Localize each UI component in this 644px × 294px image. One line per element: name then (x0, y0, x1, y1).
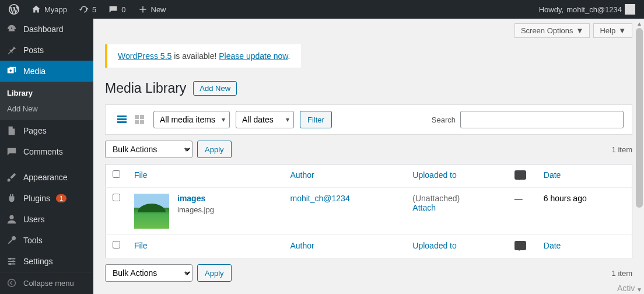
dates-select[interactable]: All dates (236, 111, 294, 128)
col-uploaded-to-foot[interactable]: Uploaded to (405, 235, 507, 258)
col-date[interactable]: Date (537, 164, 632, 188)
scroll-down-arrow[interactable]: ▼ (636, 285, 642, 294)
collapse-icon (6, 277, 18, 289)
media-type-select[interactable]: All media items (153, 111, 230, 128)
svg-rect-6 (117, 116, 127, 117)
update-nag: WordPress 5.5 is available! Please updat… (105, 44, 301, 68)
svg-rect-8 (117, 121, 127, 123)
plug-icon (6, 192, 18, 204)
wordpress-icon (9, 4, 19, 15)
menu-label: Comments (23, 147, 63, 156)
new-content-link[interactable]: New (134, 0, 170, 19)
attach-link[interactable]: Attach (412, 203, 500, 212)
howdy-username: mohit_ch@1234 (566, 5, 622, 14)
svg-point-4 (9, 263, 12, 265)
top-buttons: Screen Options ▼ Help ▼ (514, 23, 632, 38)
menu-dashboard[interactable]: Dashboard (0, 19, 93, 40)
scroll-up-arrow[interactable]: ▲ (636, 19, 642, 28)
menu-label: Appearance (23, 173, 68, 182)
comments-column-icon (514, 170, 526, 180)
col-author-foot[interactable]: Author (284, 235, 406, 258)
add-new-button[interactable]: Add New (193, 81, 237, 96)
help-button[interactable]: Help ▼ (593, 23, 632, 38)
media-type-select-wrap: All media items (153, 111, 230, 128)
svg-rect-12 (140, 120, 144, 124)
update-version-link[interactable]: WordPress 5.5 (118, 51, 172, 61)
tablenav-top: Bulk Actions Apply 1 item (105, 141, 632, 158)
col-file[interactable]: File (127, 164, 284, 188)
update-nag-end: . (288, 51, 290, 61)
screen-options-label: Screen Options (521, 26, 573, 35)
svg-point-2 (9, 258, 12, 260)
plugins-badge: 1 (56, 194, 66, 202)
submenu-add-new[interactable]: Add New (0, 101, 93, 117)
col-date-foot[interactable]: Date (537, 235, 632, 258)
item-count-bottom: 1 item (612, 269, 632, 278)
svg-point-3 (12, 260, 15, 262)
menu-label: Users (23, 215, 45, 224)
vertical-scrollbar[interactable]: ▲ ▼ (635, 19, 644, 294)
menu-pages[interactable]: Pages (0, 120, 93, 141)
menu-users[interactable]: Users (0, 209, 93, 230)
row-comments: — (508, 188, 537, 235)
select-all-checkbox-bottom[interactable] (113, 241, 120, 249)
apply-button[interactable]: Apply (197, 141, 232, 158)
submenu-library[interactable]: Library (0, 85, 93, 101)
scroll-thumb[interactable] (636, 28, 643, 208)
updates-count: 5 (92, 5, 96, 14)
site-name: Myapp (44, 5, 67, 14)
apply-button-bottom[interactable]: Apply (197, 264, 232, 282)
comment-icon (108, 4, 118, 15)
grid-view-button[interactable] (131, 111, 148, 128)
content-area: Screen Options ▼ Help ▼ WordPress 5.5 is… (93, 19, 644, 294)
account-link[interactable]: Howdy, mohit_ch@1234 (535, 0, 639, 19)
update-now-link[interactable]: Please update now (219, 51, 288, 61)
comments-count: 0 (121, 5, 125, 14)
search-wrap: Search (432, 111, 624, 128)
col-file-foot[interactable]: File (127, 235, 284, 258)
media-icon (6, 65, 18, 77)
file-cell: images images.jpg (134, 194, 276, 229)
menu-posts[interactable]: Posts (0, 40, 93, 61)
collapse-menu[interactable]: Collapse menu (0, 272, 93, 293)
list-view-button[interactable] (114, 111, 130, 128)
col-uploaded-to[interactable]: Uploaded to (405, 164, 507, 188)
brush-icon (6, 172, 18, 183)
select-all-checkbox[interactable] (113, 170, 120, 178)
menu-media[interactable]: Media (0, 61, 93, 82)
menu-appearance[interactable]: Appearance (0, 167, 93, 188)
menu-tools[interactable]: Tools (0, 230, 93, 251)
updates-link[interactable]: 5 (75, 0, 100, 19)
update-nag-text: is available! (172, 51, 219, 61)
menu-settings[interactable]: Settings (0, 251, 93, 272)
pin-icon (6, 44, 18, 56)
thumbnail[interactable] (134, 194, 169, 229)
screen-options-button[interactable]: Screen Options ▼ (514, 23, 590, 38)
media-title-link[interactable]: images (177, 194, 214, 203)
refresh-icon (79, 4, 89, 15)
scroll-track[interactable] (635, 28, 644, 285)
comments-icon (6, 146, 18, 158)
row-checkbox[interactable] (113, 194, 120, 201)
filter-button[interactable]: Filter (300, 111, 332, 128)
menu-comments[interactable]: Comments (0, 141, 93, 162)
wp-logo[interactable] (5, 0, 23, 19)
bulk-actions-select-bottom[interactable]: Bulk Actions (105, 264, 192, 282)
media-filename: images.jpg (177, 205, 214, 214)
menu-label: Tools (23, 236, 43, 245)
dates-select-wrap: All dates (236, 111, 294, 128)
home-icon (31, 4, 41, 15)
svg-rect-7 (117, 118, 127, 120)
bulk-actions-select[interactable]: Bulk Actions (105, 141, 192, 158)
search-input[interactable] (460, 111, 624, 128)
comments-link[interactable]: 0 (104, 0, 130, 19)
tablenav-left-bottom: Bulk Actions Apply (105, 264, 232, 282)
menu-plugins[interactable]: Plugins 1 (0, 188, 93, 209)
avatar (625, 4, 635, 15)
menu-label: Plugins (23, 194, 50, 203)
svg-point-1 (9, 215, 13, 219)
bulk-select-wrap: Bulk Actions (105, 141, 192, 158)
author-link[interactable]: mohit_ch@1234 (290, 194, 350, 203)
col-author[interactable]: Author (284, 164, 406, 188)
site-name-link[interactable]: Myapp (27, 0, 71, 19)
